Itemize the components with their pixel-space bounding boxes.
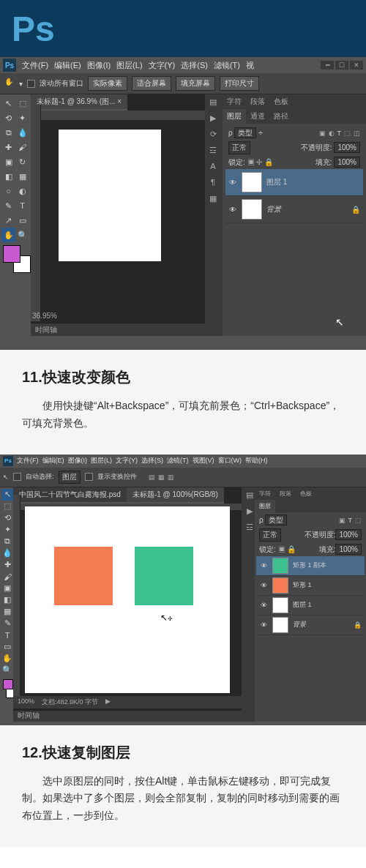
align-icon[interactable]: ▥ [168, 474, 174, 481]
wand-tool[interactable]: ✦ [1, 524, 13, 536]
align-icon[interactable]: ▤ [149, 474, 155, 481]
document-tab[interactable]: 中国风二十四节气白露海报.psd [13, 487, 127, 504]
visibility-icon[interactable]: 👁 [228, 206, 237, 214]
visibility-icon[interactable]: 👁 [259, 602, 268, 609]
menu-image[interactable]: 图像(I) [68, 456, 88, 465]
menu-file[interactable]: 文件(F) [22, 60, 48, 71]
layer-row[interactable]: 👁 矩形 1 [256, 576, 365, 596]
maximize-button[interactable]: ☐ [335, 61, 348, 70]
zoom-tool[interactable]: 🔍 [15, 228, 29, 242]
zoom-tool[interactable]: 🔍 [1, 665, 13, 676]
layer-name[interactable]: 矩形 1 副本 [293, 561, 326, 570]
history-brush-tool[interactable]: ↻ [15, 154, 29, 169]
auto-select-checkbox[interactable] [13, 473, 21, 481]
path-tool[interactable]: ↗ [1, 213, 15, 228]
shape-tool[interactable]: ▭ [1, 641, 13, 653]
menu-type[interactable]: 文字(Y) [149, 60, 176, 71]
blur-tool[interactable]: ○ [1, 184, 15, 198]
menu-select[interactable]: 选择(S) [181, 60, 208, 71]
layer-name[interactable]: 背景 [266, 204, 281, 214]
layer-row[interactable]: 👁 图层 1 [256, 596, 365, 616]
layer-name[interactable]: 图层 1 [293, 600, 312, 610]
timeline-panel[interactable]: 时间轴 [31, 323, 205, 336]
marquee-tool[interactable]: ⬚ [15, 96, 29, 111]
dodge-tool[interactable]: ◐ [15, 184, 29, 198]
menu-filter[interactable]: 滤镜(T) [167, 456, 189, 465]
tab-layers[interactable]: 图层 [223, 109, 246, 124]
filter-type[interactable]: 类型 [265, 515, 287, 525]
lasso-tool[interactable]: ⟲ [1, 512, 13, 524]
filter-icon[interactable]: ⬚ [344, 130, 351, 137]
orange-rectangle[interactable] [54, 547, 113, 605]
menu-help[interactable]: 帮助(H) [245, 456, 268, 465]
strip-icon[interactable]: ▤ [206, 97, 220, 111]
visibility-icon[interactable]: 👁 [228, 179, 237, 187]
eraser-tool[interactable]: ◧ [1, 594, 13, 606]
layer-row[interactable]: 👁 矩形 1 副本 [256, 556, 365, 576]
layer-row[interactable]: 👁 背景 🔒 [225, 196, 363, 223]
tab-character[interactable]: 字符 [255, 487, 275, 500]
move-tool[interactable]: ↖ [1, 489, 13, 501]
lock-pixels-icon[interactable]: ▣ [247, 158, 255, 166]
menu-image[interactable]: 图像(I) [87, 60, 111, 71]
eraser-tool[interactable]: ◧ [1, 169, 15, 184]
layer-thumbnail[interactable] [272, 558, 288, 574]
foreground-background-colors[interactable] [3, 245, 31, 273]
filter-icon[interactable]: ▣ [319, 130, 326, 137]
stamp-tool[interactable]: ▣ [1, 583, 13, 594]
pen-tool[interactable]: ✎ [1, 198, 15, 213]
strip-icon[interactable]: ▶ [206, 113, 220, 127]
tab-layers[interactable]: 图层 [255, 500, 275, 512]
layer-thumbnail[interactable] [272, 617, 288, 633]
timeline-panel[interactable]: 时间轴 [13, 710, 242, 722]
canvas[interactable]: ↖✢ [25, 506, 230, 693]
lock-all-icon[interactable]: 🔒 [264, 158, 273, 166]
brush-tool[interactable]: 🖌 [15, 140, 29, 154]
fill-screen-button[interactable]: 填充屏幕 [176, 76, 215, 91]
heal-tool[interactable]: ✚ [1, 140, 15, 154]
align-icon[interactable]: ▦ [158, 474, 165, 481]
type-tool[interactable]: T [15, 198, 29, 213]
blend-mode[interactable]: 正常 [259, 528, 281, 542]
eyedropper-tool[interactable]: 💧 [1, 547, 13, 559]
menu-view[interactable]: 视图(V) [193, 456, 214, 465]
auto-select-target[interactable]: 图层 [59, 471, 81, 484]
strip-icon[interactable]: A [206, 162, 220, 175]
show-transform-checkbox[interactable] [85, 473, 93, 481]
shape-tool[interactable]: ▭ [15, 213, 29, 228]
layer-row[interactable]: 👁 背景 🔒 [256, 616, 365, 635]
visibility-icon[interactable]: 👁 [259, 621, 268, 629]
gradient-tool[interactable]: ▦ [15, 169, 29, 184]
tab-paragraph[interactable]: 段落 [275, 487, 296, 500]
filter-icon[interactable]: ◐ [329, 130, 335, 137]
green-rectangle[interactable] [135, 547, 193, 605]
brush-tool[interactable]: 🖌 [1, 571, 13, 583]
foreground-color[interactable] [3, 679, 13, 689]
tab-swatches[interactable]: 色板 [296, 487, 316, 500]
close-button[interactable]: ✕ [350, 61, 363, 70]
menu-layer[interactable]: 图层(L) [91, 456, 112, 465]
layer-row[interactable]: 👁 图层 1 [225, 169, 363, 196]
menu-type[interactable]: 文字(Y) [116, 456, 138, 465]
hand-tool[interactable]: ✋ [1, 653, 13, 665]
move-tool[interactable]: ↖ [1, 96, 15, 111]
tab-channels[interactable]: 通道 [246, 109, 269, 124]
lasso-tool[interactable]: ⟲ [1, 111, 15, 125]
tab-character[interactable]: 字符 [223, 94, 246, 109]
filter-icon[interactable]: ▣ [339, 517, 346, 524]
filter-icon[interactable]: ⬚ [355, 517, 362, 524]
scroll-all-checkbox[interactable] [27, 80, 35, 88]
heal-tool[interactable]: ✚ [1, 559, 13, 571]
document-tab[interactable]: 未标题-1 @ 36.9% (图... × [31, 94, 127, 111]
document-tab[interactable]: 未标题-1 @ 100%(RGB/8) [127, 487, 224, 504]
strip-icon[interactable]: ☲ [206, 146, 220, 159]
dropdown-icon[interactable]: ▾ [19, 80, 23, 88]
print-size-button[interactable]: 打印尺寸 [220, 76, 259, 91]
filter-type[interactable]: 类型 [234, 127, 256, 138]
app-icon[interactable]: Ps [3, 59, 16, 72]
tab-swatches[interactable]: 色板 [269, 94, 293, 109]
actual-pixels-button[interactable]: 实际像素 [88, 76, 127, 91]
layer-name[interactable]: 背景 [293, 620, 306, 629]
app-icon[interactable]: Ps [3, 456, 13, 466]
tab-paragraph[interactable]: 段落 [246, 94, 269, 109]
